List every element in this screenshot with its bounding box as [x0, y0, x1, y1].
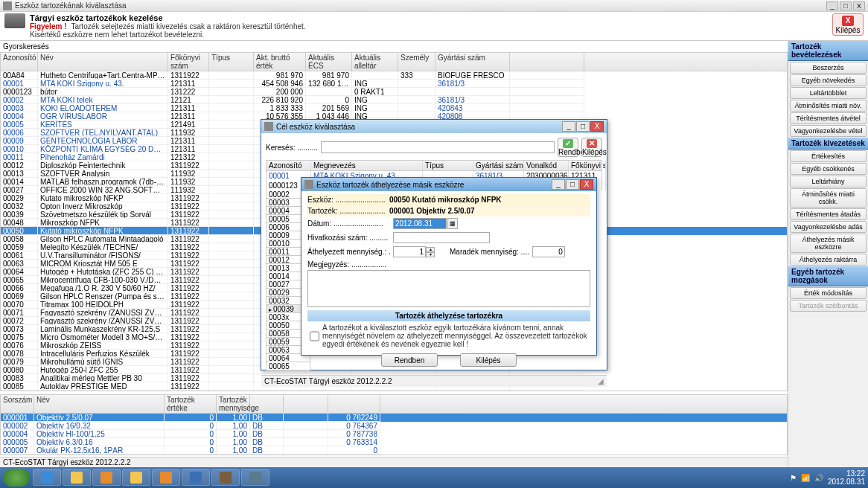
system-tray[interactable]: ⚑ 📶 🔊 13:22 2012.08.31 [790, 469, 865, 486]
column-header[interactable]: Azonosító [1, 53, 38, 71]
side-button[interactable]: Átminősítés miatti csökk. [790, 188, 867, 208]
exit-button[interactable]: X Kilépés [832, 13, 864, 36]
side-button[interactable]: Érték módosítás [790, 287, 867, 299]
side-button[interactable]: Beszerzés [790, 62, 867, 74]
column-header[interactable]: Név [34, 395, 165, 413]
side-button[interactable]: Vagyonkezelésbe vétel [790, 125, 867, 137]
column-header[interactable]: Vonalkód [524, 161, 569, 170]
tray-network-icon[interactable]: 📶 [801, 474, 810, 482]
column-header[interactable] [510, 53, 584, 71]
check-icon: ✓ [563, 139, 573, 148]
chevron-up-icon[interactable]: ▴ [426, 247, 435, 252]
refnum-input[interactable] [393, 232, 490, 243]
column-header[interactable]: Gyártási szám [473, 161, 524, 170]
chevron-down-icon[interactable]: ▾ [426, 252, 435, 257]
column-header[interactable]: Azonosító [267, 161, 311, 170]
taskbar-word[interactable] [182, 469, 210, 486]
tray-flag-icon[interactable]: ⚑ [790, 474, 797, 482]
date-label: Dátum: ........................ [307, 219, 393, 228]
dialog2-minimize[interactable]: _ [552, 179, 565, 190]
column-header[interactable]: Megnevezés [311, 161, 423, 170]
dialog1-close[interactable]: X [590, 121, 604, 132]
minimize-button[interactable]: _ [826, 1, 838, 10]
column-header[interactable]: Aktuális ÉCS [306, 53, 352, 71]
window-title: Eszköz tartozékának kiválasztása [15, 1, 826, 10]
taskbar-ie[interactable] [33, 469, 61, 486]
taskbar-app2[interactable] [241, 469, 269, 486]
column-header[interactable]: Főkönyvi szám [168, 53, 209, 71]
dialog1-cancel-button[interactable]: ✕Kilépés [581, 138, 602, 157]
accessories-grid[interactable]: SorszámNévTartozék értékeTartozék mennyi… [0, 394, 788, 455]
side-button[interactable]: Térítésmentes átvétel [790, 112, 867, 124]
calendar-icon[interactable]: ▦ [447, 218, 458, 229]
table-row[interactable]: 000004Objektív HI-100/1,2501,00DB0 78773… [1, 430, 787, 438]
dialog1-ok-button[interactable]: ✓Rendben [558, 138, 578, 157]
column-header[interactable] [250, 395, 284, 413]
dialog-icon [304, 180, 313, 189]
column-header[interactable] [328, 395, 380, 413]
date-input[interactable] [393, 218, 447, 229]
table-row[interactable]: 000005Objektív 6.3/0.1601,00DB0 763314 [1, 438, 787, 446]
merge-checkbox[interactable] [310, 324, 319, 348]
column-header[interactable]: Gyártási szám [435, 53, 510, 71]
comment-textarea[interactable] [307, 270, 590, 307]
dialog2-ok-button[interactable]: Rendben [381, 353, 438, 367]
side-button[interactable]: Áthelyezés másik eszközre [790, 234, 867, 253]
table-row[interactable]: 00A84Hutheto Centrifuga+Tart.Centra-MP 4… [1, 71, 787, 80]
table-row[interactable]: 000002Objektív 16/0.3201,00DB0 764367 [1, 422, 787, 430]
taskbar-app1[interactable] [211, 469, 240, 486]
table-row[interactable]: 000001Objektív 2.5/0.0701,00DB0 762249 [1, 414, 787, 422]
side-button[interactable]: Leltárhiány [790, 176, 867, 187]
column-header[interactable]: Sorszám [1, 395, 34, 413]
table-row[interactable]: 00002MTA KOKI telek12121226 810 9200ING3… [1, 96, 787, 104]
column-header[interactable]: Aktuális alleltár [352, 53, 398, 71]
side-button[interactable]: Egyéb növekedés [790, 74, 867, 86]
taskbar[interactable]: ⚑ 📶 🔊 13:22 2012.08.31 [0, 467, 868, 488]
column-header[interactable]: Típus [423, 161, 473, 170]
transfer-dialog: Eszköz tartozék áthelyezése másik eszköz… [301, 177, 597, 356]
column-header[interactable]: Személy [398, 53, 435, 71]
remaining-qty-label: Maradék mennyiség: .... [450, 248, 529, 256]
remaining-qty-input[interactable] [532, 246, 565, 257]
resize-grip-icon[interactable]: ◢ [598, 377, 604, 385]
qty-spinner[interactable]: ▴▾ [426, 247, 435, 257]
table-row[interactable]: 000007Okulár PK-12.5x16, 1PÁR01,00DB0 [1, 446, 787, 455]
maximize-button[interactable]: □ [840, 1, 852, 10]
table-row[interactable]: 00001MTA KOKI Szigony u. 43.121311454 50… [1, 80, 787, 88]
tray-time: 13:22 [828, 469, 865, 478]
taskbar-excel[interactable] [152, 469, 180, 486]
column-header[interactable]: Tartozék értéke [165, 395, 217, 413]
column-header[interactable]: Főkönyvi szám [569, 161, 606, 170]
side-button[interactable]: Vagyonkezelésbe adás [790, 221, 867, 233]
tray-volume-icon[interactable]: 🔊 [814, 474, 823, 482]
column-header[interactable]: Név [38, 53, 168, 71]
search-input[interactable] [321, 141, 555, 153]
start-button[interactable] [3, 469, 30, 487]
taskbar-outlook[interactable] [92, 469, 121, 486]
close-button[interactable]: X [853, 1, 865, 10]
dialog2-close[interactable]: X [580, 179, 593, 190]
column-header[interactable] [284, 395, 328, 413]
side-button[interactable]: Tartozék szétbontás [790, 300, 867, 312]
column-header[interactable]: Típus [209, 53, 254, 71]
header-icon [4, 13, 25, 28]
side-button[interactable]: Értékesítés [790, 150, 867, 162]
side-button[interactable]: Átminősítés miatti növ. [790, 100, 867, 112]
dialog2-cancel-button[interactable]: Kilépés [460, 353, 517, 367]
side-button[interactable]: Térítésmentes átadás [790, 208, 867, 220]
taskbar-notes[interactable] [122, 469, 150, 486]
side-button[interactable]: Áthelyezés raktárra [790, 254, 867, 266]
side-button[interactable]: Leltártöbblet [790, 87, 867, 99]
side-section-header: Egyéb tartozék mozgások [788, 266, 868, 286]
dialog2-maximize[interactable]: □ [566, 179, 579, 190]
taskbar-explorer[interactable] [63, 469, 91, 486]
transfer-qty-input[interactable] [393, 246, 426, 257]
app-icon [3, 1, 12, 10]
table-row[interactable]: 0000123bútor131222200 0000 RAKT1 [1, 88, 787, 96]
table-row[interactable]: 00003KOKI ELOADÓTEREM1213111 833 333201 … [1, 104, 787, 112]
column-header[interactable]: Akt. bruttó érték [254, 53, 306, 71]
dialog1-minimize[interactable]: _ [562, 121, 575, 132]
side-button[interactable]: Egyéb csökkenés [790, 163, 867, 175]
dialog1-maximize[interactable]: □ [576, 121, 590, 132]
column-header[interactable]: Tartozék mennyisége [217, 395, 250, 413]
